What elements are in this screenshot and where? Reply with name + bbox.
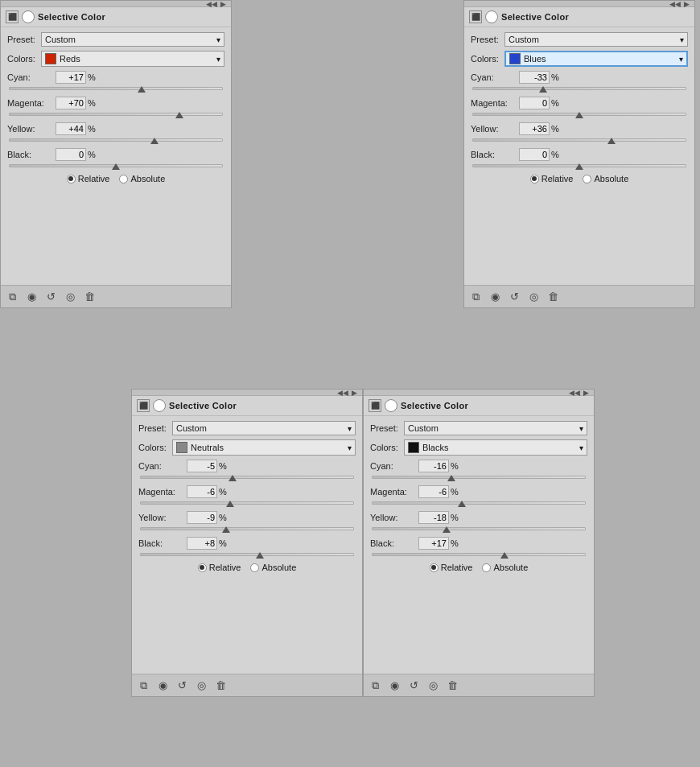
panel5-magenta-thumb[interactable] — [458, 501, 466, 507]
panel1-magenta-track[interactable] — [9, 113, 223, 116]
panel5-cyan-input[interactable] — [418, 460, 449, 472]
panel1-collapse-icon[interactable]: ◀◀ — [206, 0, 217, 8]
panel4-vis-icon[interactable] — [153, 399, 166, 412]
panel1-relative-radio[interactable] — [67, 175, 76, 184]
panel1-absolute-radio[interactable] — [119, 175, 128, 184]
panel1-black-thumb[interactable] — [112, 163, 120, 170]
panel1-yellow-track[interactable] — [9, 138, 223, 142]
panel5-expand-icon[interactable]: ▶ — [583, 389, 589, 397]
panel5-relative-radio[interactable] — [430, 563, 439, 572]
panel3-tool-eye2[interactable]: ◎ — [527, 291, 540, 303]
panel5-black-track[interactable] — [372, 553, 586, 556]
panel5-relative-item[interactable]: Relative — [430, 563, 473, 572]
panel5-cyan-thumb[interactable] — [447, 475, 455, 481]
panel4-preset-dropdown[interactable]: Custom — [172, 421, 356, 435]
panel4-yellow-input[interactable] — [187, 511, 217, 524]
panel3-relative-radio[interactable] — [530, 175, 539, 184]
panel3-black-thumb[interactable] — [575, 163, 583, 170]
panel5-yellow-input[interactable] — [418, 511, 449, 524]
panel3-absolute-radio[interactable] — [583, 175, 591, 184]
panel3-tool-delete[interactable]: 🗑 — [546, 291, 559, 303]
panel4-tool-undo[interactable]: ↺ — [175, 679, 188, 692]
panel3-tool-stamp[interactable]: ⧉ — [469, 291, 482, 303]
panel4-cyan-track[interactable] — [140, 476, 354, 479]
panel4-magenta-track[interactable] — [140, 501, 354, 505]
panel1-yellow-input[interactable] — [56, 122, 86, 135]
panel3-yellow-thumb[interactable] — [607, 138, 616, 144]
panel3-yellow-input[interactable] — [519, 122, 550, 135]
panel1-magenta-input[interactable] — [56, 97, 86, 109]
panel1-magenta-thumb[interactable] — [175, 112, 183, 118]
panel4-relative-item[interactable]: Relative — [198, 563, 241, 572]
panel5-absolute-item[interactable]: Absolute — [482, 563, 528, 572]
panel5-black-thumb[interactable] — [500, 552, 509, 559]
panel5-tool-undo[interactable]: ↺ — [407, 679, 420, 692]
panel3-tool-eye1[interactable]: ◉ — [488, 291, 501, 303]
panel1-cyan-thumb[interactable] — [138, 86, 146, 93]
panel1-cyan-input[interactable] — [56, 71, 86, 84]
panel3-vis-icon[interactable] — [485, 10, 498, 23]
panel4-black-thumb[interactable] — [256, 552, 264, 559]
panel4-tool-eye1[interactable]: ◉ — [156, 679, 169, 692]
panel5-tool-stamp[interactable]: ⧉ — [369, 679, 381, 692]
panel5-magenta-track[interactable] — [372, 501, 586, 505]
panel5-cyan-track[interactable] — [372, 476, 586, 479]
panel1-black-input[interactable] — [56, 148, 86, 161]
panel3-yellow-track[interactable] — [472, 138, 686, 142]
panel5-yellow-track[interactable] — [372, 527, 586, 530]
panel1-relative-item[interactable]: Relative — [67, 174, 110, 184]
panel3-black-input[interactable] — [519, 148, 550, 161]
panel1-tool-stamp[interactable]: ⧉ — [6, 291, 19, 303]
panel1-colors-select[interactable]: Reds — [41, 51, 224, 67]
panel5-black-input[interactable] — [418, 537, 449, 550]
panel4-tool-eye2[interactable]: ◎ — [195, 679, 208, 692]
panel1-expand-icon[interactable]: ▶ — [220, 0, 226, 8]
panel4-tool-stamp[interactable]: ⧉ — [137, 679, 150, 692]
panel3-cyan-thumb[interactable] — [539, 86, 547, 93]
panel3-relative-item[interactable]: Relative — [530, 174, 574, 184]
panel1-black-track[interactable] — [9, 164, 223, 167]
panel5-vis-icon[interactable] — [385, 399, 397, 412]
panel4-tool-delete[interactable]: 🗑 — [214, 679, 227, 692]
panel1-tool-eye2[interactable]: ◎ — [64, 291, 76, 303]
panel3-cyan-input[interactable] — [519, 71, 550, 84]
panel3-absolute-item[interactable]: Absolute — [583, 174, 628, 184]
panel4-magenta-input[interactable] — [187, 485, 217, 498]
panel3-collapse-icon[interactable]: ◀◀ — [669, 0, 681, 8]
panel4-absolute-radio[interactable] — [250, 563, 259, 572]
panel4-yellow-track[interactable] — [140, 527, 354, 530]
panel3-magenta-track[interactable] — [472, 113, 686, 116]
panel1-tool-delete[interactable]: 🗑 — [83, 291, 96, 303]
panel3-expand-icon[interactable]: ▶ — [684, 0, 690, 8]
panel1-preset-dropdown[interactable]: Custom — [41, 32, 224, 47]
panel4-relative-radio[interactable] — [198, 563, 207, 572]
panel5-tool-eye1[interactable]: ◉ — [388, 679, 401, 692]
panel1-vis-icon[interactable] — [22, 10, 35, 23]
panel3-tool-undo[interactable]: ↺ — [508, 291, 521, 303]
panel3-cyan-track[interactable] — [472, 87, 686, 90]
panel1-yellow-thumb[interactable] — [150, 138, 159, 144]
panel1-absolute-item[interactable]: Absolute — [119, 174, 165, 184]
panel4-black-track[interactable] — [140, 553, 354, 556]
panel4-colors-select[interactable]: Neutrals — [172, 439, 356, 456]
panel1-tool-undo[interactable]: ↺ — [44, 291, 57, 303]
panel3-magenta-input[interactable] — [519, 97, 550, 109]
panel4-cyan-thumb[interactable] — [229, 475, 237, 481]
panel4-black-input[interactable] — [187, 537, 217, 550]
panel3-preset-dropdown[interactable]: Custom — [504, 32, 688, 47]
panel1-tool-eye1[interactable]: ◉ — [25, 291, 38, 303]
panel4-expand-icon[interactable]: ▶ — [352, 389, 357, 397]
panel5-yellow-thumb[interactable] — [443, 526, 451, 533]
panel5-preset-dropdown[interactable]: Custom — [404, 421, 587, 435]
panel3-colors-select[interactable]: Blues — [504, 51, 688, 67]
panel3-black-track[interactable] — [472, 164, 686, 167]
panel5-colors-select[interactable]: Blacks — [404, 439, 587, 456]
panel4-cyan-input[interactable] — [187, 460, 217, 472]
panel4-magenta-thumb[interactable] — [226, 501, 234, 507]
panel1-cyan-track[interactable] — [9, 87, 223, 90]
panel5-magenta-input[interactable] — [418, 485, 449, 498]
panel5-collapse-icon[interactable]: ◀◀ — [569, 389, 580, 397]
panel5-tool-delete[interactable]: 🗑 — [446, 679, 459, 692]
panel4-collapse-icon[interactable]: ◀◀ — [337, 389, 348, 397]
panel5-absolute-radio[interactable] — [482, 563, 491, 572]
